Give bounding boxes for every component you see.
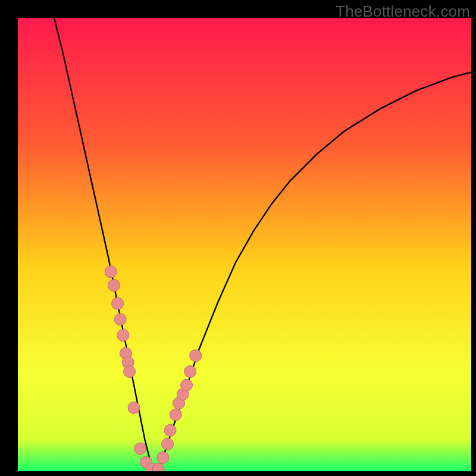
bottleneck-chart [18,18,471,471]
marker-point [105,266,117,278]
watermark-label: TheBottleneck.com [336,2,470,21]
marker-point [117,329,129,341]
marker-point [170,409,181,421]
plot-area [18,18,471,471]
marker-point [190,350,202,362]
marker-point [112,298,124,309]
marker-point [114,314,126,325]
marker-point [181,379,193,391]
marker-point [162,438,174,450]
marker-point [134,443,146,455]
marker-point [164,424,176,436]
marker-point [157,452,169,464]
gradient-background [18,18,471,471]
marker-point [108,280,120,292]
marker-point [128,402,140,414]
marker-point [124,365,136,377]
chart-frame: TheBottleneck.com [0,0,476,476]
marker-point [184,365,196,377]
